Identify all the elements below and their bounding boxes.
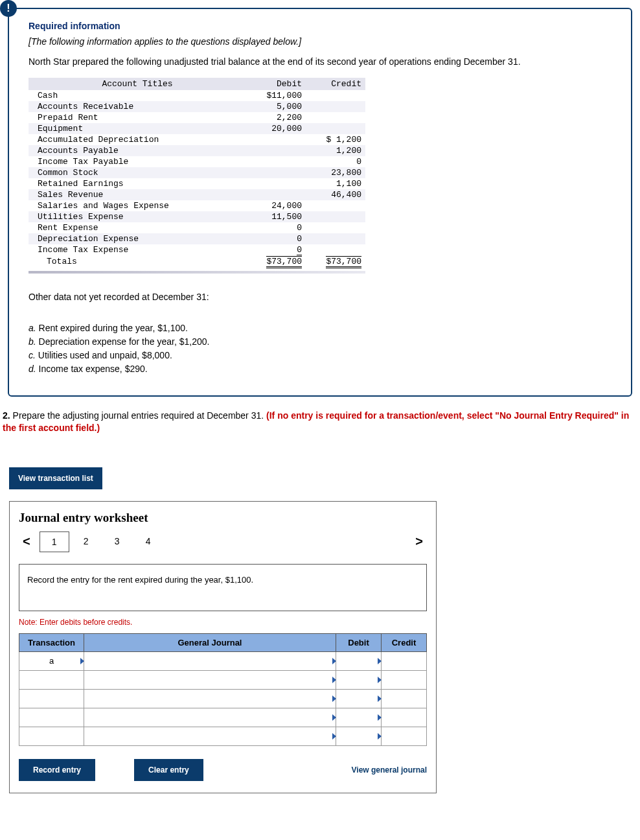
- debit-cell: 0: [246, 222, 306, 233]
- credit-cell: [306, 101, 365, 112]
- credit-cell[interactable]: [382, 651, 427, 670]
- table-row: Equipment20,000: [29, 123, 365, 134]
- jt-th-general-journal: General Journal: [84, 633, 336, 651]
- table-row: Accounts Payable1,200: [29, 145, 365, 156]
- trial-balance-table: Account Titles Debit Credit Cash$11,000A…: [29, 78, 365, 274]
- list-item: c. Utilities used and unpaid, $8,000.: [29, 349, 611, 362]
- transaction-cell[interactable]: a: [19, 651, 84, 670]
- credit-cell: [306, 211, 365, 222]
- record-entry-button[interactable]: Record entry: [19, 759, 95, 781]
- tab-3[interactable]: 3: [103, 531, 131, 551]
- table-row: [19, 727, 427, 745]
- table-row: Prepaid Rent2,200: [29, 112, 365, 123]
- debit-cell: [246, 145, 306, 156]
- transaction-cell[interactable]: [19, 727, 84, 745]
- chevron-left-icon[interactable]: <: [19, 534, 34, 549]
- table-row: Cash$11,000: [29, 90, 365, 101]
- debit-cell: [246, 189, 306, 200]
- credit-cell: 1,200: [306, 145, 365, 156]
- other-data-list: a. Rent expired during the year, $1,100.…: [29, 321, 611, 376]
- credit-cell[interactable]: [382, 708, 427, 727]
- credit-cell: [306, 90, 365, 101]
- th-credit: Credit: [306, 78, 365, 90]
- acct-cell: Utilities Expense: [29, 211, 246, 222]
- transaction-cell[interactable]: [19, 670, 84, 689]
- acct-cell: Common Stock: [29, 167, 246, 178]
- general-journal-cell[interactable]: [84, 651, 336, 670]
- general-journal-cell[interactable]: [84, 689, 336, 708]
- debit-cell: 24,000: [246, 200, 306, 211]
- credit-cell: [306, 222, 365, 233]
- debit-cell[interactable]: [336, 708, 382, 727]
- required-info-box: ! Required information [The following in…: [8, 8, 632, 397]
- other-data-heading: Other data not yet recorded at December …: [29, 292, 611, 302]
- journal-entry-worksheet: Journal entry worksheet < 1234 > Record …: [9, 501, 437, 793]
- debit-cell: 0: [246, 233, 306, 244]
- table-row: Accumulated Depreciation$ 1,200: [29, 134, 365, 145]
- view-general-journal-link[interactable]: View general journal: [352, 765, 427, 775]
- transaction-cell[interactable]: [19, 689, 84, 708]
- credit-cell[interactable]: [382, 727, 427, 745]
- th-account: Account Titles: [29, 78, 246, 90]
- general-journal-cell[interactable]: [84, 708, 336, 727]
- table-row: Sales Revenue46,400: [29, 189, 365, 200]
- credit-cell: 0: [306, 156, 365, 167]
- th-debit: Debit: [246, 78, 306, 90]
- table-row: [19, 670, 427, 689]
- totals-debit: $73,700: [266, 256, 302, 268]
- acct-cell: Accounts Receivable: [29, 101, 246, 112]
- clear-entry-button[interactable]: Clear entry: [134, 759, 203, 781]
- required-info-title: Required information: [29, 21, 611, 31]
- acct-cell: Prepaid Rent: [29, 112, 246, 123]
- debit-cell[interactable]: [336, 651, 382, 670]
- debit-cell: 5,000: [246, 101, 306, 112]
- table-row: Salaries and Wages Expense24,000: [29, 200, 365, 211]
- table-row: Rent Expense0: [29, 222, 365, 233]
- acct-cell: Salaries and Wages Expense: [29, 200, 246, 211]
- jt-th-transaction: Transaction: [19, 633, 84, 651]
- credit-cell[interactable]: [382, 670, 427, 689]
- table-row: a: [19, 651, 427, 670]
- debit-cell: 11,500: [246, 211, 306, 222]
- general-journal-cell[interactable]: [84, 670, 336, 689]
- debit-cell: [246, 178, 306, 189]
- chevron-right-icon[interactable]: >: [411, 534, 427, 549]
- debit-cell[interactable]: [336, 727, 382, 745]
- credit-cell: 23,800: [306, 167, 365, 178]
- jt-th-debit: Debit: [336, 633, 382, 651]
- jt-th-credit: Credit: [382, 633, 427, 651]
- acct-cell: Cash: [29, 90, 246, 101]
- totals-label: Totals: [29, 255, 246, 267]
- list-item: a. Rent expired during the year, $1,100.: [29, 321, 611, 335]
- table-row: Depreciation Expense0: [29, 233, 365, 244]
- table-row: Income Tax Payable0: [29, 156, 365, 167]
- table-row: Accounts Receivable5,000: [29, 101, 365, 112]
- tab-2[interactable]: 2: [72, 531, 100, 551]
- acct-cell: Equipment: [29, 123, 246, 134]
- debit-cell: 2,200: [246, 112, 306, 123]
- credit-cell: 46,400: [306, 189, 365, 200]
- entry-prompt: Record the entry for the rent expired du…: [19, 564, 427, 611]
- tab-1[interactable]: 1: [40, 531, 69, 552]
- table-row: Common Stock23,800: [29, 167, 365, 178]
- required-info-subtitle: [The following information applies to th…: [29, 36, 611, 47]
- intro-paragraph: North Star prepared the following unadju…: [29, 56, 611, 69]
- entry-prompt-text: Record the entry for the rent expired du…: [27, 575, 253, 585]
- debit-cell: [246, 167, 306, 178]
- debit-cell[interactable]: [336, 670, 382, 689]
- q2-number: 2.: [3, 410, 13, 421]
- credit-cell: 1,100: [306, 178, 365, 189]
- view-transaction-list-button[interactable]: View transaction list: [9, 467, 102, 489]
- acct-cell: Sales Revenue: [29, 189, 246, 200]
- list-item: d. Income tax expense, $290.: [29, 362, 611, 376]
- acct-cell: Income Tax Payable: [29, 156, 246, 167]
- credit-cell[interactable]: [382, 689, 427, 708]
- general-journal-cell[interactable]: [84, 727, 336, 745]
- debit-cell[interactable]: [336, 689, 382, 708]
- table-row: Income Tax Expense0: [29, 244, 365, 255]
- tab-4[interactable]: 4: [134, 531, 163, 551]
- debit-cell: 0: [246, 244, 306, 255]
- transaction-cell[interactable]: [19, 708, 84, 727]
- credit-cell: [306, 200, 365, 211]
- acct-cell: Retained Earnings: [29, 178, 246, 189]
